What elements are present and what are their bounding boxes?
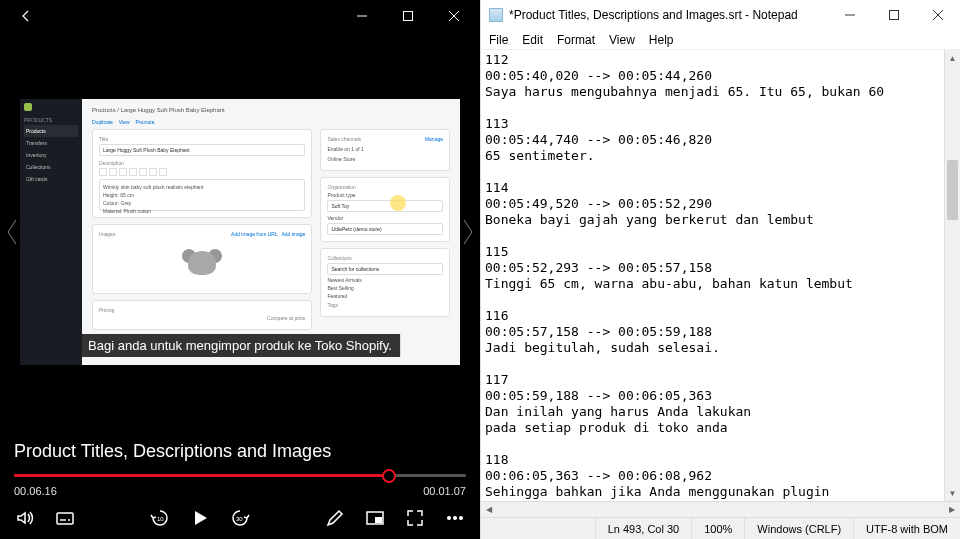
view-link: View [119,119,130,125]
seek-handle[interactable] [382,469,396,483]
status-bar: Ln 493, Col 30 100% Windows (CRLF) UTF-8… [481,517,960,539]
online-store: Online Store [327,156,443,162]
subtitles-button[interactable] [54,507,76,529]
desc-line: Colour: Grey [103,200,301,206]
play-button[interactable] [189,507,211,529]
progress-container: 00.06.16 00.01.07 [0,462,480,501]
coll-item: Featured [327,293,443,299]
more-button[interactable] [444,507,466,529]
svg-point-9 [448,517,451,520]
notepad-window: *Product Titles, Descriptions and Images… [480,0,960,539]
video-title: Product Titles, Descriptions and Images [14,441,466,462]
fullscreen-button[interactable] [404,507,426,529]
video-frame: PRODUCTS Products Transfers Inventory Co… [20,99,460,365]
add-image-link: Add image [281,231,305,237]
tags-label: Tags [327,302,443,308]
scroll-thumb[interactable] [947,160,958,220]
scroll-down-icon[interactable]: ▼ [945,485,960,501]
ptype-label: Product type [327,192,443,198]
notepad-icon [489,8,503,22]
menu-bar: File Edit Format View Help [481,30,960,50]
horizontal-scrollbar[interactable]: ◀ ▶ [481,501,960,517]
shopify-logo-icon [24,103,32,111]
svg-rect-1 [404,12,413,21]
breadcrumb: Products / Large Huggy Soft Plush Baby E… [92,107,450,113]
add-url-link: Add image from URL [231,231,278,237]
desc-line: Material: Plush cotton [103,208,301,214]
miniview-button[interactable] [364,507,386,529]
desc-label: Description [99,160,305,166]
vendor-label: Vendor [327,215,443,221]
menu-edit[interactable]: Edit [522,33,543,47]
menu-view[interactable]: View [609,33,635,47]
svg-rect-8 [375,517,382,523]
svg-text:30: 30 [236,516,243,522]
edit-button[interactable] [324,507,346,529]
status-encoding: UTF-8 with BOM [853,518,960,539]
title-input: Large Huggy Soft Plush Baby Elephant [99,144,305,156]
images-label: Images [99,231,115,237]
volume-button[interactable] [14,507,36,529]
minimize-button[interactable] [340,1,384,31]
sales-count: Enable on 1 of 1 [327,146,443,152]
video-controls: 10 30 [0,501,480,539]
scroll-right-icon[interactable]: ▶ [944,502,960,517]
manage-link: Manage [425,136,443,144]
coll-item: Newest Arrivals [327,277,443,283]
video-player-window: PRODUCTS Products Transfers Inventory Co… [0,0,480,539]
svg-rect-2 [57,513,73,524]
subtitle-caption: Bagi anda untuk mengimpor produk ke Toko… [80,334,400,357]
skip-back-button[interactable]: 10 [149,507,171,529]
text-area[interactable]: 112 00:05:40,020 --> 00:05:44,260 Saya h… [481,50,944,501]
vendor-value: LittlePetz (demo store) [327,223,443,235]
vertical-scrollbar[interactable]: ▲ ▼ [944,50,960,501]
promote-link: Promote [136,119,155,125]
sidebar-item-transfers: Transfers [24,137,78,149]
scroll-left-icon[interactable]: ◀ [481,502,497,517]
close-button[interactable] [916,1,960,29]
video-viewport[interactable]: PRODUCTS Products Transfers Inventory Co… [0,32,480,431]
status-position: Ln 493, Col 30 [595,518,692,539]
maximize-button[interactable] [386,1,430,31]
compare-label: Compare at price [99,315,305,321]
video-titlebar [0,0,480,32]
menu-file[interactable]: File [489,33,508,47]
svg-rect-13 [890,11,899,20]
notepad-titlebar: *Product Titles, Descriptions and Images… [481,0,960,30]
coll-search: Search for collections [327,263,443,275]
status-eol: Windows (CRLF) [744,518,853,539]
close-button[interactable] [432,1,476,31]
shopify-screenshot: PRODUCTS Products Transfers Inventory Co… [20,99,460,365]
cursor-highlight-icon [390,195,406,211]
coll-label: Collections [327,255,443,261]
svg-point-10 [454,517,457,520]
skip-forward-button[interactable]: 30 [229,507,251,529]
minimize-button[interactable] [828,1,872,29]
maximize-button[interactable] [872,1,916,29]
duplicate-link: Duplicate [92,119,113,125]
video-info: Product Titles, Descriptions and Images [0,431,480,462]
title-label: Title [99,136,305,142]
sales-label: Sales channels [327,136,361,142]
pricing-label: Pricing [99,307,305,313]
status-zoom: 100% [691,518,744,539]
menu-format[interactable]: Format [557,33,595,47]
menu-help[interactable]: Help [649,33,674,47]
desc-line: Wrinkly skin baby soft plush realistic e… [103,184,301,190]
current-time: 00.06.16 [14,485,57,497]
total-time: 00.01.07 [423,485,466,497]
desc-line: Height: 65 cm [103,192,301,198]
org-label: Organization [327,184,443,190]
scroll-up-icon[interactable]: ▲ [945,50,960,66]
seek-bar[interactable] [14,474,466,477]
sidebar-item-inventory: Inventory [24,149,78,161]
elephant-image [182,243,222,283]
window-title: *Product Titles, Descriptions and Images… [509,8,798,22]
coll-item: Best Selling [327,285,443,291]
sidebar-item-collections: Collections [24,161,78,173]
sidebar-item-products: Products [24,125,78,137]
svg-point-11 [460,517,463,520]
svg-text:10: 10 [157,516,164,522]
sidebar-section-label: PRODUCTS [24,117,78,123]
back-button[interactable] [4,1,48,31]
